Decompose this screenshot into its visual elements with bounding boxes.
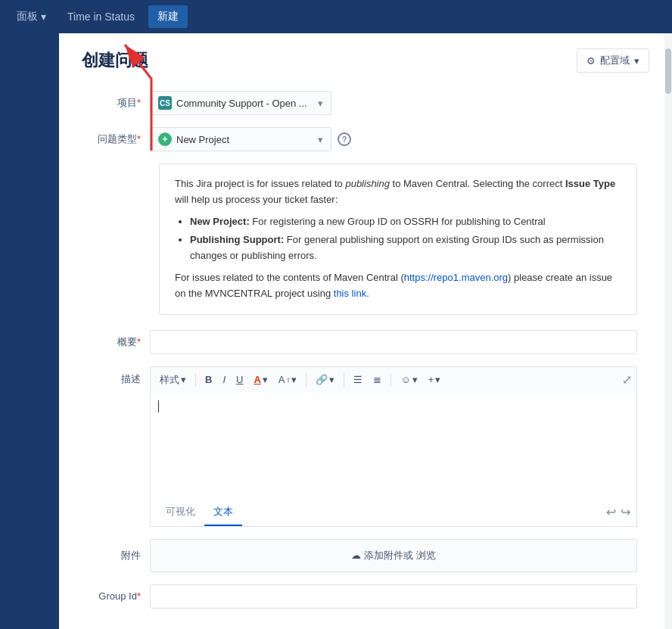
- plus-icon: +: [428, 374, 434, 385]
- dashboard-label: 面板: [17, 10, 38, 23]
- editor-content[interactable]: [150, 393, 637, 499]
- top-navigation: 面板 ▾ Time in Status 新建: [0, 0, 672, 33]
- editor-tabs-row: 可视化 文本 ↩ ↪: [150, 499, 637, 527]
- undo-btn[interactable]: ↩: [606, 505, 616, 519]
- scrollbar[interactable]: [664, 33, 672, 629]
- group-id-label: Group Id*: [82, 590, 150, 602]
- bold-icon: B: [205, 374, 212, 385]
- undo-redo-group: ↩ ↪: [606, 505, 630, 519]
- editor-toolbar: 样式 ▾ B I U A ▾ A ↕: [150, 366, 637, 393]
- attachment-label: 附件: [82, 549, 150, 562]
- list-ol-btn[interactable]: ≣: [369, 371, 386, 388]
- style-chevron-icon: ▾: [181, 374, 186, 385]
- expand-btn[interactable]: ⤢: [622, 372, 632, 387]
- issue-type-label: 问题类型*: [82, 132, 150, 146]
- attachment-text: ☁ 添加附件或 浏览: [351, 550, 435, 561]
- bold-btn[interactable]: B: [201, 371, 216, 388]
- style-label: 样式: [160, 373, 179, 387]
- italic-btn[interactable]: I: [218, 371, 230, 388]
- this-link[interactable]: this link: [334, 288, 366, 299]
- emoji-chevron-icon: ▾: [412, 374, 418, 385]
- text-cursor: [158, 400, 159, 413]
- info-bullet-2: Publishing Support: For general publishi…: [190, 232, 621, 264]
- info-box: This Jira project is for issues related …: [159, 163, 637, 315]
- time-in-status-label: Time in Status: [67, 11, 135, 23]
- time-in-status-btn[interactable]: Time in Status: [60, 6, 142, 27]
- summary-label: 概要*: [82, 335, 150, 349]
- group-id-row: Group Id*: [82, 584, 649, 609]
- font-size-btn[interactable]: A ↕ ▾: [274, 371, 302, 388]
- toolbar-divider-2: [306, 373, 306, 387]
- new-label: 新建: [157, 10, 179, 22]
- link-icon: 🔗: [316, 374, 328, 385]
- toolbar-divider-3: [344, 373, 344, 387]
- project-chevron-icon: ▾: [318, 98, 323, 109]
- list-ol-icon: ≣: [373, 374, 381, 385]
- new-btn[interactable]: 新建: [148, 5, 188, 28]
- config-chevron-icon: ▾: [634, 55, 639, 67]
- more-btn[interactable]: + ▾: [424, 371, 446, 388]
- undo-icon: ↩: [606, 506, 616, 518]
- project-label: 项目*: [82, 96, 150, 110]
- toolbar-divider-1: [195, 373, 196, 387]
- link-btn[interactable]: 🔗 ▾: [311, 371, 339, 388]
- issue-type-value: New Project: [176, 134, 229, 145]
- page-header: 创建问题 ⚙ 配置域 ▾: [82, 48, 649, 73]
- emoji-icon: ☺: [400, 374, 410, 385]
- description-label: 描述: [82, 366, 150, 386]
- link-chevron-icon: ▾: [329, 374, 334, 385]
- list-ul-icon: ☰: [353, 374, 362, 385]
- dashboard-nav-btn[interactable]: 面板 ▾: [9, 5, 54, 28]
- color-icon: A: [254, 374, 260, 385]
- underline-btn[interactable]: U: [232, 371, 247, 388]
- underline-icon: U: [236, 374, 243, 385]
- config-domain-btn[interactable]: ⚙ 配置域 ▾: [577, 48, 649, 73]
- page-title: 创建问题: [82, 49, 148, 72]
- visual-tab-label: 可视化: [166, 506, 195, 517]
- redo-icon: ↪: [621, 506, 630, 518]
- main-content: 创建问题 ⚙ 配置域 ▾ 项目* CS Community Support - …: [59, 33, 672, 629]
- help-icon[interactable]: ?: [338, 132, 351, 146]
- info-intro: This Jira project is for issues related …: [175, 176, 621, 208]
- text-tab-label: 文本: [213, 506, 233, 517]
- description-area: 样式 ▾ B I U A ▾ A ↕: [150, 366, 637, 527]
- config-label: 配置域: [600, 54, 630, 67]
- color-btn[interactable]: A ▾: [249, 371, 272, 388]
- dashboard-chevron-icon: ▾: [41, 11, 46, 23]
- group-id-input[interactable]: [150, 584, 637, 609]
- tab-text[interactable]: 文本: [204, 499, 242, 526]
- tab-visual[interactable]: 可视化: [157, 499, 204, 526]
- info-footer: For issues related to the contents of Ma…: [175, 270, 621, 302]
- emoji-btn[interactable]: ☺ ▾: [396, 371, 422, 388]
- project-row: 项目* CS Community Support - Open ... ▾: [82, 91, 649, 115]
- sidebar: [0, 33, 59, 629]
- font-size-icon: A: [278, 374, 285, 385]
- expand-icon: ⤢: [622, 373, 632, 386]
- toolbar-divider-4: [390, 373, 391, 387]
- list-ul-btn[interactable]: ☰: [349, 371, 367, 388]
- maven-repo-link[interactable]: https://repo1.maven.org: [404, 272, 508, 283]
- issue-type-select[interactable]: + New Project ▾: [150, 127, 331, 151]
- gear-icon: ⚙: [586, 55, 596, 67]
- project-value: Community Support - Open ...: [176, 98, 307, 109]
- redo-btn[interactable]: ↪: [621, 505, 630, 519]
- issue-type-chevron-icon: ▾: [318, 134, 323, 145]
- issue-type-icon: +: [158, 132, 172, 146]
- summary-row: 概要*: [82, 330, 649, 354]
- attachment-area[interactable]: ☁ 添加附件或 浏览: [150, 539, 637, 572]
- summary-input[interactable]: [150, 330, 637, 354]
- project-icon: CS: [158, 96, 172, 110]
- scroll-thumb[interactable]: [665, 48, 671, 94]
- description-row: 描述 样式 ▾ B I U A: [82, 366, 649, 527]
- issue-type-row: 问题类型* + New Project ▾ ?: [82, 127, 649, 151]
- project-select[interactable]: CS Community Support - Open ... ▾: [150, 91, 331, 115]
- style-dropdown-btn[interactable]: 样式 ▾: [155, 370, 191, 390]
- italic-icon: I: [222, 374, 226, 385]
- attachment-row: 附件 ☁ 添加附件或 浏览: [82, 539, 649, 572]
- info-bullet-1: New Project: For registering a new Group…: [190, 214, 621, 230]
- color-chevron-icon: ▾: [263, 374, 268, 385]
- font-size-chevron-icon: ▾: [291, 374, 297, 385]
- more-chevron-icon: ▾: [435, 374, 440, 385]
